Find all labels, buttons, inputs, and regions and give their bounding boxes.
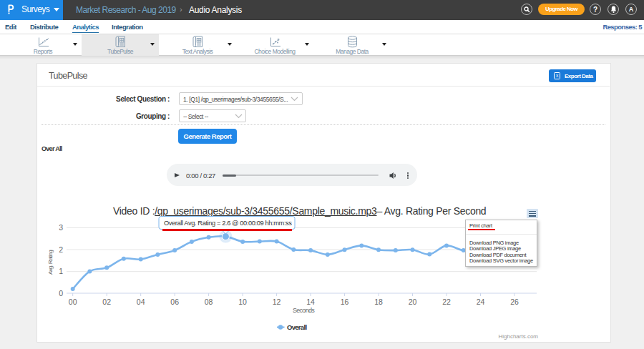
svg-text:12: 12 — [273, 298, 281, 306]
svg-text:00: 00 — [69, 298, 77, 306]
svg-text:06: 06 — [170, 298, 179, 306]
svg-text:10: 10 — [238, 298, 247, 306]
svg-text:16: 16 — [341, 298, 349, 306]
svg-text:3: 3 — [59, 223, 63, 232]
svg-text:Overall Avg. Rating = 2.6 @ 00: Overall Avg. Rating = 2.6 @ 00:00:09 hh:… — [164, 220, 292, 227]
svg-text:14: 14 — [306, 298, 315, 306]
svg-text:22: 22 — [442, 298, 451, 306]
svg-text:1: 1 — [59, 267, 63, 275]
svg-text:08: 08 — [205, 298, 213, 306]
svg-text:26: 26 — [510, 298, 519, 306]
svg-text:18: 18 — [374, 298, 383, 306]
svg-text:Overall: Overall — [287, 323, 306, 331]
svg-text:02: 02 — [102, 298, 111, 306]
svg-text:x: x — [556, 73, 559, 78]
svg-text:Highcharts.com: Highcharts.com — [498, 333, 538, 340]
svg-text:Avg. Rating: Avg. Rating — [47, 250, 54, 275]
svg-text:2: 2 — [59, 245, 63, 254]
svg-text:04: 04 — [137, 298, 145, 306]
svg-text:0: 0 — [59, 289, 63, 298]
svg-text:Seconds: Seconds — [293, 307, 315, 314]
svg-text:24: 24 — [477, 298, 485, 306]
svg-text:20: 20 — [409, 298, 417, 306]
